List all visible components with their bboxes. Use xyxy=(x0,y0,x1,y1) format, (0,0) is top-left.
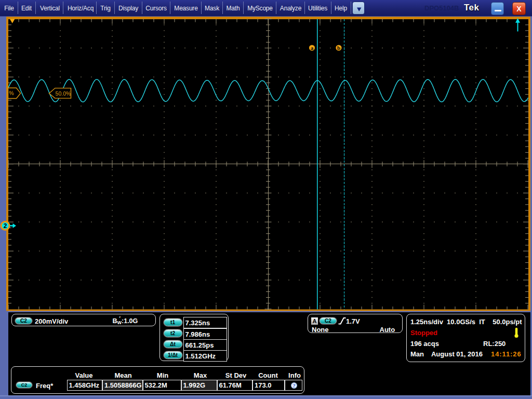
svg-text:2: 2 xyxy=(4,222,7,230)
svg-text:?: ? xyxy=(292,382,296,389)
svg-text:%: % xyxy=(9,90,14,96)
svg-text:50.0%: 50.0% xyxy=(56,90,71,97)
svg-text:b: b xyxy=(337,45,340,51)
svg-text:a: a xyxy=(311,45,314,51)
